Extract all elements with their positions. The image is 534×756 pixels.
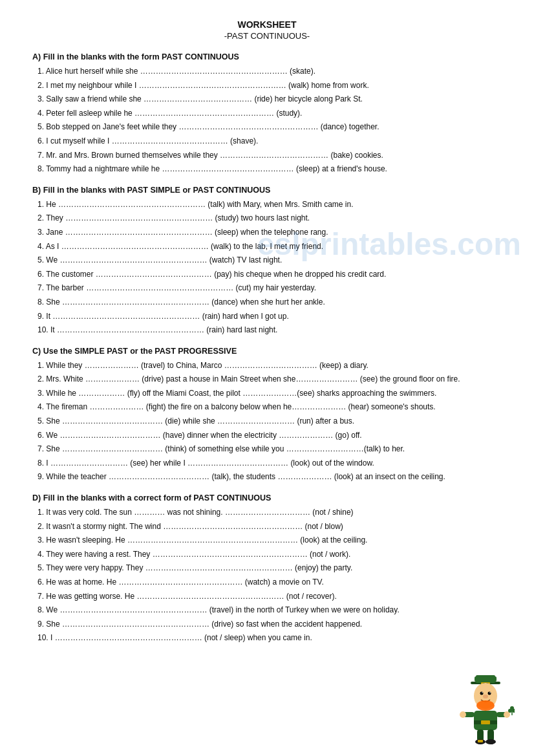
svg-point-8 — [482, 692, 483, 693]
list-item: 5. She ………………………………… (die) while she ………… — [37, 415, 502, 427]
list-item: 9. While the teacher ………………………………… (talk… — [37, 471, 502, 483]
list-item: 6. He was at home. He ………………………………………… (… — [37, 576, 502, 589]
list-item: 5. They were very happy. They …………………………… — [37, 562, 502, 574]
svg-rect-2 — [476, 675, 495, 683]
section-d: D) Fill in the blanks with a correct for… — [32, 493, 502, 644]
svg-point-21 — [510, 706, 514, 710]
list-item: 8. We ………………………………………………… (travel) in th… — [37, 604, 502, 616]
svg-point-7 — [488, 692, 491, 695]
list-item: 2. Mrs. White ………………… (drive) past a hou… — [37, 373, 502, 385]
section-b-title: B) Fill in the blanks with PAST SIMPLE o… — [32, 186, 502, 195]
svg-point-17 — [460, 711, 466, 718]
list-item: 2. It wasn't a stormy night. The wind ……… — [37, 521, 502, 533]
list-item: 5. We ………………………………………………… (watch) TV las… — [37, 254, 502, 266]
list-item: 8. Tommy had a nightmare while he ………………… — [37, 163, 502, 175]
list-item: 7. She ………………………………… (think) of somethin… — [37, 443, 502, 455]
svg-point-6 — [480, 692, 484, 695]
list-item: 6. We ………………………………… (have) dinner when t… — [37, 429, 502, 442]
leprechaun-image — [456, 673, 515, 744]
svg-point-9 — [489, 692, 491, 693]
section-d-title: D) Fill in the blanks with a correct for… — [32, 493, 502, 502]
section-b: B) Fill in the blanks with PAST SIMPLE o… — [32, 186, 502, 336]
list-item: 4. As I ………………………………………………… (walk) to th… — [37, 241, 502, 253]
section-d-list: 1. It was very cold. The sun ………… was no… — [32, 506, 502, 644]
section-a-title: A) Fill in the blanks with the form PAST… — [32, 52, 502, 61]
list-item: 3. Sally saw a friend while she ……………………… — [37, 93, 502, 105]
list-item: 8. She ………………………………………………… (dance) when … — [37, 296, 502, 308]
list-item: 2. They ………………………………………………… (study) two … — [37, 212, 502, 224]
list-item: 1. He ………………………………………………… (talk) with Ma… — [37, 199, 502, 211]
section-a: A) Fill in the blanks with the form PAST… — [32, 52, 502, 175]
list-item: 9. It ………………………………………………… (rain) hard wh… — [37, 310, 502, 323]
section-b-list: 1. He ………………………………………………… (talk) with Ma… — [32, 199, 502, 336]
svg-rect-27 — [478, 740, 483, 742]
svg-point-11 — [476, 700, 495, 711]
section-c-list: 1. While they ………………… (travel) to China,… — [32, 360, 502, 483]
list-item: 1. Alice hurt herself while she ……………………… — [37, 65, 502, 78]
section-c-title: C) Use the SIMPLE PAST or the PAST PROGR… — [32, 347, 502, 356]
list-item: 4. They were having a rest. They …………………… — [37, 548, 502, 561]
page-title: WORKSHEET — [32, 19, 502, 30]
list-item: 4. The fireman ………………… (fight) the fire … — [37, 401, 502, 413]
list-item: 10. I ………………………………………………… (not / sleep) … — [37, 632, 502, 644]
list-item: 7. He was getting worse. He ………………………………… — [37, 590, 502, 603]
list-item: 6. The customer ……………………………………… (pay) hi… — [37, 268, 502, 281]
list-item: 3. Jane ………………………………………………… (sleep) when… — [37, 226, 502, 239]
svg-rect-14 — [481, 720, 490, 724]
list-item: 7. Mr. and Mrs. Brown burned themselves … — [37, 149, 502, 162]
list-item: 1. It was very cold. The sun ………… was no… — [37, 506, 502, 519]
list-item: 7. The barber ………………………………………………… (cut) … — [37, 282, 502, 294]
list-item: 10. It ………………………………………………… (rain) hard l… — [37, 324, 502, 336]
list-item: 9. She ………………………………………………… (drive) so fa… — [37, 618, 502, 631]
section-a-list: 1. Alice hurt herself while she ……………………… — [32, 65, 502, 175]
list-item: 8. I ………………………… (see) her while I ………………… — [37, 457, 502, 470]
list-item: 4. Peter fell asleep while he …………………………… — [37, 107, 502, 120]
list-item: 6. I cut myself while I ……………………………………… … — [37, 135, 502, 147]
page-subtitle: -PAST CONTINUOUS- — [32, 31, 502, 41]
list-item: 1. While they ………………… (travel) to China,… — [37, 360, 502, 372]
list-item: 3. While he ……………… (fly) off the Miami C… — [37, 387, 502, 400]
list-item: 3. He wasn't sleeping. He ……………………………………… — [37, 534, 502, 546]
section-c: C) Use the SIMPLE PAST or the PAST PROGR… — [32, 347, 502, 483]
svg-point-26 — [486, 739, 496, 744]
svg-point-10 — [483, 695, 488, 698]
list-item: 2. I met my neighbour while I …………………………… — [37, 80, 502, 92]
list-item: 5. Bob stepped on Jane's feet while they… — [37, 121, 502, 133]
